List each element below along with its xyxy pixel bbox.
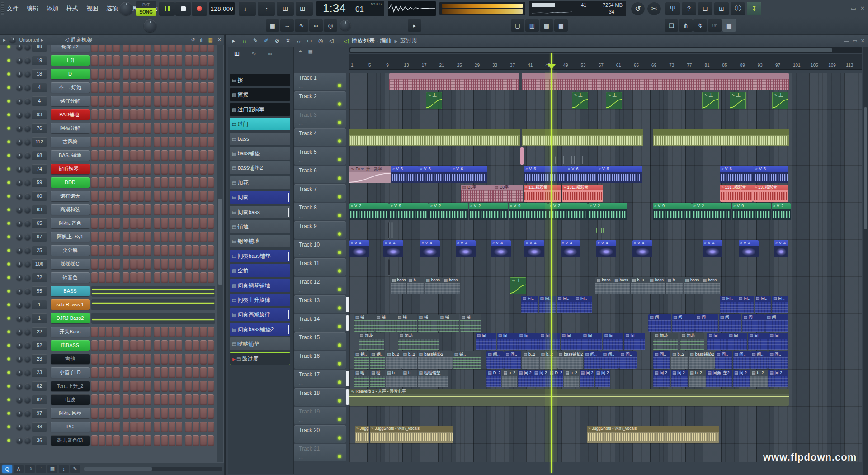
step-button[interactable]: [208, 164, 214, 175]
step-button[interactable]: [137, 55, 144, 66]
step-button[interactable]: [137, 394, 144, 405]
channel-mute-led[interactable]: [7, 276, 10, 279]
track-options-dots[interactable]: ⋯: [299, 437, 304, 442]
clip[interactable]: ▤b..2: [401, 352, 417, 369]
step-button[interactable]: [154, 327, 160, 337]
step-button[interactable]: [161, 367, 168, 378]
step-button[interactable]: [130, 177, 137, 188]
clip[interactable]: ▤间..: [624, 333, 645, 350]
step-button[interactable]: [185, 164, 192, 175]
step-button[interactable]: [130, 354, 137, 365]
playlist-close-icon[interactable]: ✕: [861, 38, 865, 44]
step-button[interactable]: [200, 55, 207, 66]
step-button[interactable]: [145, 191, 151, 202]
mute-tool-icon[interactable]: ✕: [283, 38, 292, 44]
step-button[interactable]: [154, 137, 160, 147]
channel-pan-knob[interactable]: [16, 207, 23, 213]
picker-item[interactable]: ▤bass: [230, 133, 290, 145]
step-button[interactable]: [106, 69, 112, 80]
step-button[interactable]: [106, 327, 112, 337]
clip[interactable]: ▤bass: [425, 277, 442, 294]
channel-mute-led[interactable]: [7, 140, 10, 143]
picker-item[interactable]: ▤擦擦: [230, 88, 290, 101]
step-button[interactable]: [185, 354, 192, 365]
step-button[interactable]: [113, 232, 120, 242]
channel-name-button[interactable]: 好听钢琴+: [51, 164, 90, 174]
step-button[interactable]: [130, 82, 137, 93]
step-button[interactable]: [169, 45, 175, 52]
step-button[interactable]: [154, 55, 160, 66]
step-button[interactable]: [169, 164, 175, 175]
step-button[interactable]: [106, 109, 112, 120]
channel-mute-led[interactable]: [7, 290, 10, 293]
step-button[interactable]: [193, 82, 199, 93]
channel-graph-preview[interactable]: [91, 286, 215, 297]
channel-number[interactable]: 60: [32, 191, 47, 201]
main-pitch-knob[interactable]: [144, 19, 156, 32]
step-button[interactable]: [145, 367, 151, 378]
step-button[interactable]: [200, 394, 207, 405]
clip[interactable]: ▤间..: [601, 352, 618, 369]
channel-number[interactable]: 99: [32, 45, 47, 52]
step-button[interactable]: [185, 137, 192, 147]
track-header[interactable]: Track 10⋯: [294, 240, 346, 257]
track-led[interactable]: [338, 362, 341, 366]
step-button[interactable]: [145, 354, 151, 365]
track-options-dots[interactable]: ⋯: [299, 215, 304, 219]
step-button[interactable]: [130, 435, 137, 446]
channel-pan-knob[interactable]: [16, 152, 23, 159]
clip[interactable]: »V..2: [469, 203, 508, 220]
wait-input-icon[interactable]: ◔: [258, 1, 275, 16]
clip[interactable]: »V..6: [566, 166, 596, 183]
step-button[interactable]: [145, 394, 151, 405]
channel-number[interactable]: 76: [32, 124, 47, 133]
track-options-dots[interactable]: ⋯: [299, 233, 304, 238]
step-button[interactable]: [169, 435, 175, 446]
window-minimize-button[interactable]: —: [839, 5, 848, 12]
step-button[interactable]: [208, 55, 214, 66]
channel-name-button[interactable]: 阿福分解: [51, 123, 90, 133]
channel-name-button[interactable]: 高潮和弦: [51, 204, 90, 215]
tempo-display[interactable]: 128.000: [209, 2, 235, 15]
channel-pan-knob[interactable]: [16, 45, 23, 50]
step-button[interactable]: [200, 164, 207, 175]
clip[interactable]: ▤bass: [613, 277, 630, 294]
step-button[interactable]: [208, 354, 214, 365]
channel-mute-led[interactable]: [7, 412, 10, 415]
clip[interactable]: ▤铺..: [354, 314, 375, 332]
channel-number[interactable]: 36: [32, 436, 47, 445]
channel-number[interactable]: 19: [32, 56, 47, 65]
step-button[interactable]: [200, 327, 207, 337]
step-button[interactable]: [130, 191, 137, 202]
channel-mute-led[interactable]: [7, 385, 10, 388]
pencil-tool-icon[interactable]: ✎: [251, 38, 260, 44]
step-button[interactable]: [193, 354, 199, 365]
clip[interactable]: ▤间..: [476, 333, 496, 350]
step-button[interactable]: [145, 259, 151, 270]
clip[interactable]: ▤间.2: [733, 370, 750, 387]
channel-number[interactable]: 22: [32, 327, 47, 337]
channel-mute-led[interactable]: [7, 249, 10, 252]
step-button[interactable]: [123, 422, 129, 432]
picker-item[interactable]: ▤铺地: [230, 220, 290, 233]
playlist-minimize-icon[interactable]: —: [844, 38, 849, 44]
track-led[interactable]: [338, 399, 341, 403]
step-button[interactable]: [106, 150, 112, 161]
channel-name-button[interactable]: 尖分解: [51, 245, 90, 256]
channel-mute-led[interactable]: [7, 222, 10, 225]
playlist-maximize-icon[interactable]: ▭: [852, 38, 857, 44]
playlist-pan-zoom-bar[interactable]: [349, 48, 862, 53]
step-button[interactable]: [99, 422, 105, 432]
step-button[interactable]: [113, 82, 120, 93]
step-button[interactable]: [161, 340, 168, 351]
clip[interactable]: ▤哒..: [354, 370, 369, 387]
clip[interactable]: ▤加花: [359, 333, 385, 350]
channel-mute-led[interactable]: [7, 357, 10, 361]
clip[interactable]: »V..2: [692, 203, 731, 220]
step-button[interactable]: [130, 340, 137, 351]
step-button[interactable]: [169, 69, 175, 80]
clip[interactable]: »V..2: [429, 203, 468, 220]
track-header[interactable]: Track 19⋯: [294, 407, 346, 424]
step-button[interactable]: [145, 408, 151, 419]
step-button[interactable]: [106, 394, 112, 405]
